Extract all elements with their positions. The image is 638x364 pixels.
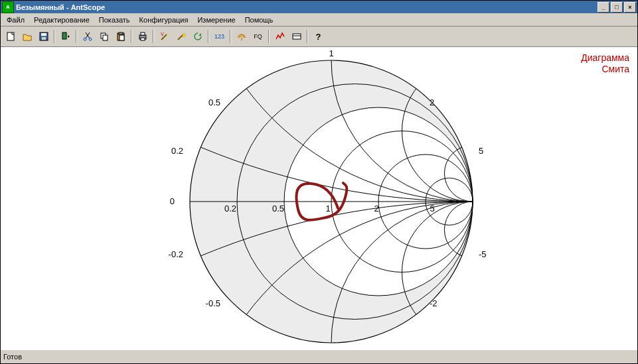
menu-help[interactable]: Помощь bbox=[240, 15, 278, 25]
svg-point-6 bbox=[89, 38, 92, 40]
svg-rect-17 bbox=[293, 34, 301, 39]
perimeter-label-0-left: 0 bbox=[170, 196, 175, 206]
app-icon: A bbox=[2, 1, 14, 13]
cut-button[interactable] bbox=[79, 29, 96, 44]
chart-title: Диаграмма Смита bbox=[581, 52, 629, 75]
perimeter-label-1-bot: -1 bbox=[327, 347, 335, 349]
svg-text:V: V bbox=[161, 32, 164, 36]
save-button[interactable] bbox=[35, 29, 52, 44]
toolbar-separator bbox=[54, 30, 55, 43]
svg-rect-8 bbox=[103, 35, 108, 40]
new-button[interactable] bbox=[2, 29, 19, 44]
chart-title-line2: Смита bbox=[581, 64, 629, 75]
status-bar: Готов bbox=[1, 349, 637, 363]
svg-rect-11 bbox=[120, 35, 124, 40]
window-title: Безымянный - AntScope bbox=[16, 3, 596, 11]
connect-button[interactable] bbox=[57, 29, 74, 44]
axis-label-2: 2 bbox=[374, 204, 378, 213]
perimeter-label-1-top: 1 bbox=[329, 48, 333, 58]
menu-bar: Файл Редактирование Показать Конфигураци… bbox=[1, 13, 637, 27]
toolbar-separator bbox=[131, 30, 132, 43]
axis-label-0_2: 0.2 bbox=[224, 204, 236, 213]
graph-button[interactable] bbox=[272, 29, 288, 44]
toolbar-separator bbox=[208, 30, 209, 43]
menu-file[interactable]: Файл bbox=[2, 15, 29, 25]
numbers-icon: 123 bbox=[214, 33, 224, 40]
menu-measure[interactable]: Измерение bbox=[193, 15, 240, 25]
help-icon: ? bbox=[316, 32, 321, 42]
perimeter-label-0_2-bl: -0.2 bbox=[169, 249, 183, 259]
card-button[interactable] bbox=[288, 29, 305, 44]
perimeter-label-5-br: -5 bbox=[479, 249, 487, 259]
toolbar-separator bbox=[268, 30, 270, 43]
perimeter-label-2-br: -2 bbox=[430, 298, 438, 308]
perimeter-label-5-tr: 5 bbox=[479, 146, 483, 156]
menu-show[interactable]: Показать bbox=[94, 15, 135, 25]
svg-rect-0 bbox=[7, 32, 14, 40]
svg-rect-2 bbox=[41, 33, 46, 36]
axis-label-1: 1 bbox=[325, 204, 330, 213]
axis-label-5: 5 bbox=[430, 204, 434, 213]
numbers-button[interactable]: 123 bbox=[211, 29, 228, 44]
minimize-button[interactable]: _ bbox=[598, 2, 609, 13]
title-bar: A Безымянный - AntScope _ □ × bbox=[1, 1, 637, 13]
toolbar-separator bbox=[76, 30, 77, 43]
svg-rect-3 bbox=[42, 37, 46, 40]
perimeter-label-0_5-tl: 0.5 bbox=[208, 97, 220, 107]
chart-title-line1: Диаграмма bbox=[581, 52, 629, 64]
smith-chart: 0.2 0.5 1 2 5 1 0.5 2 0.2 5 0 -0.2 -5 -0… bbox=[1, 47, 636, 349]
perimeter-label-0_5-bl: -0.5 bbox=[206, 298, 220, 308]
open-button[interactable] bbox=[19, 29, 35, 44]
broadcast-button[interactable] bbox=[233, 29, 250, 44]
refresh-button[interactable] bbox=[189, 29, 206, 44]
close-button[interactable]: × bbox=[624, 2, 636, 13]
perimeter-label-2-tr: 2 bbox=[430, 97, 434, 107]
toolbar-separator bbox=[153, 30, 154, 43]
app-window: A Безымянный - AntScope _ □ × Файл Редак… bbox=[0, 0, 638, 364]
wand-star-button[interactable] bbox=[173, 29, 189, 44]
axis-label-0_5: 0.5 bbox=[272, 204, 284, 213]
paste-button[interactable] bbox=[112, 29, 129, 44]
fq-icon: FQ bbox=[254, 33, 262, 40]
svg-rect-13 bbox=[141, 32, 145, 35]
print-button[interactable] bbox=[134, 29, 151, 44]
fq-button[interactable]: FQ bbox=[250, 29, 266, 44]
maximize-button[interactable]: □ bbox=[611, 2, 623, 13]
menu-edit[interactable]: Редактирование bbox=[29, 15, 94, 25]
copy-button[interactable] bbox=[96, 29, 112, 44]
perimeter-label-0_2-tl: 0.2 bbox=[171, 146, 183, 156]
toolbar-separator bbox=[307, 30, 308, 43]
wand-v-button[interactable]: V bbox=[156, 29, 173, 44]
toolbar-separator bbox=[230, 30, 231, 43]
help-button[interactable]: ? bbox=[310, 29, 327, 44]
svg-rect-4 bbox=[62, 32, 66, 39]
svg-rect-10 bbox=[119, 32, 123, 34]
svg-point-5 bbox=[84, 38, 86, 40]
status-text: Готов bbox=[3, 353, 22, 361]
toolbar: V 123 FQ ? bbox=[1, 27, 637, 47]
chart-area: Диаграмма Смита bbox=[1, 47, 637, 349]
menu-config[interactable]: Конфигурация bbox=[135, 15, 193, 25]
svg-rect-14 bbox=[141, 38, 145, 40]
